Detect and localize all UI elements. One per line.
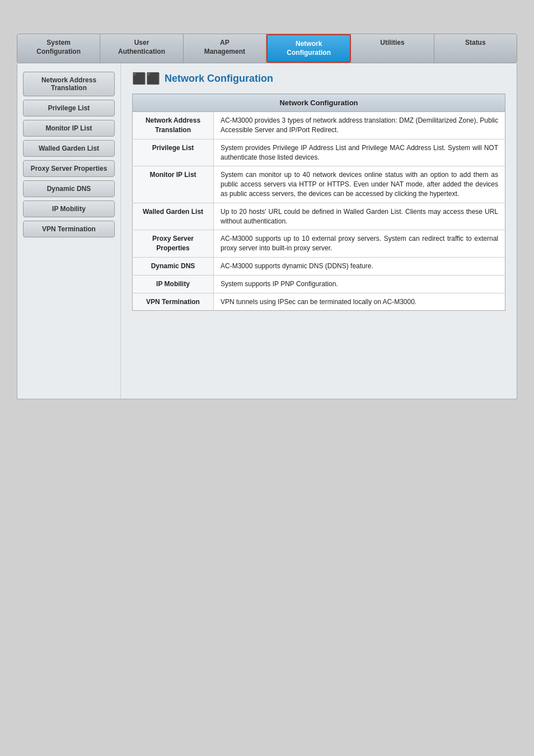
nav-tab-ap-mgmt[interactable]: AP Management (184, 34, 266, 63)
table-row: Dynamic DNSAC-M3000 supports dynamic DNS… (133, 257, 505, 275)
content-title-area: ⬛⬛ Network Configuration (132, 72, 505, 85)
nav-tab-network-config[interactable]: Network Configuration (266, 34, 351, 63)
table-cell-term-5: Dynamic DNS (133, 257, 214, 275)
table-cell-term-4: Proxy Server Properties (133, 230, 214, 258)
sidebar-btn-dynamic-dns[interactable]: Dynamic DNS (23, 180, 115, 197)
table-cell-desc-4: AC-M3000 supports up to 10 external prox… (214, 230, 505, 258)
table-row: Network Address TranslationAC-M3000 prov… (133, 112, 505, 139)
nav-tab-user-auth[interactable]: User Authentication (100, 34, 183, 63)
sidebar: Network Address TranslationPrivilege Lis… (17, 63, 121, 399)
sidebar-btn-ip-mobility[interactable]: IP Mobility (23, 200, 115, 217)
table-row: VPN TerminationVPN tunnels using IPSec c… (133, 293, 505, 311)
table-row: Monitor IP ListSystem can monitor up to … (133, 166, 505, 203)
table-cell-term-1: Privilege List (133, 139, 214, 166)
sidebar-btn-proxy-server[interactable]: Proxy Server Properties (23, 160, 115, 177)
table-cell-term-2: Monitor IP List (133, 166, 214, 203)
page-title: Network Configuration (165, 73, 273, 85)
table-row: Proxy Server PropertiesAC-M3000 supports… (133, 230, 505, 258)
sidebar-btn-nat[interactable]: Network Address Translation (23, 72, 115, 96)
table-cell-term-0: Network Address Translation (133, 112, 214, 139)
table-cell-term-7: VPN Termination (133, 293, 214, 311)
table-row: Privilege ListSystem provides Privilege … (133, 139, 505, 166)
nav-tab-utilities[interactable]: Utilities (351, 34, 434, 63)
table-cell-term-6: IP Mobility (133, 275, 214, 293)
nav-tab-status[interactable]: Status (434, 34, 517, 63)
info-table: Network Configuration Network Address Tr… (132, 94, 505, 311)
sidebar-btn-monitor-ip-list[interactable]: Monitor IP List (23, 120, 115, 137)
table-row: IP MobilitySystem supports IP PNP Config… (133, 275, 505, 293)
table-cell-desc-1: System provides Privilege IP Address Lis… (214, 139, 505, 166)
table-cell-desc-5: AC-M3000 supports dynamic DNS (DDNS) fea… (214, 257, 505, 275)
table-header: Network Configuration (133, 94, 505, 112)
main-content: Network Address TranslationPrivilege Lis… (17, 63, 517, 399)
table-cell-desc-0: AC-M3000 provides 3 types of network add… (214, 112, 505, 139)
nav-tab-system-config[interactable]: System Configuration (17, 34, 100, 63)
table-cell-desc-2: System can monitor up to 40 network devi… (214, 166, 505, 203)
sidebar-btn-walled-garden[interactable]: Walled Garden List (23, 140, 115, 157)
sidebar-btn-privilege-list[interactable]: Privilege List (23, 100, 115, 116)
top-nav: System ConfigurationUser AuthenticationA… (17, 34, 517, 63)
table-row: Walled Garden ListUp to 20 hosts' URL co… (133, 203, 505, 230)
table-cell-term-3: Walled Garden List (133, 203, 214, 230)
table-cell-desc-6: System supports IP PNP Configuration. (214, 275, 505, 293)
sidebar-btn-vpn-termination[interactable]: VPN Termination (23, 221, 115, 237)
table-cell-desc-3: Up to 20 hosts' URL could be defined in … (214, 203, 505, 230)
content-panel: ⬛⬛ Network Configuration Network Configu… (121, 63, 517, 399)
table-cell-desc-7: VPN tunnels using IPSec can be terminate… (214, 293, 505, 311)
network-config-icon: ⬛⬛ (132, 72, 160, 85)
